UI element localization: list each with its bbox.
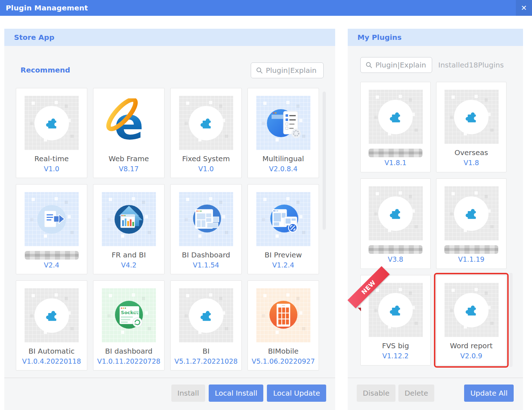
plugin-card[interactable]: e Web FrameV8.17 bbox=[93, 88, 165, 178]
plugin-card[interactable]: NEW FVS bigV1.12.2 bbox=[360, 275, 431, 365]
plugin-tile bbox=[444, 90, 499, 144]
puzzle-icon bbox=[42, 113, 62, 133]
plugin-version: V3.8 bbox=[361, 255, 430, 263]
house-chart-icon bbox=[108, 198, 150, 241]
plugin-version: V1.0.4.20220118 bbox=[16, 357, 87, 365]
update-all-button[interactable]: Update All bbox=[464, 385, 514, 402]
my-plugins-card-grid: V1.8.1 OverseasV1.8 V3.8 V1.1.19NEW bbox=[360, 82, 506, 365]
plugin-version: V1.0.11.20220728 bbox=[93, 357, 164, 365]
censored-plugin-name bbox=[369, 149, 422, 157]
ribbon-fold bbox=[358, 308, 361, 311]
plugin-name: Fixed System bbox=[171, 154, 241, 163]
plugin-tile bbox=[179, 288, 233, 343]
local-update-button[interactable]: Local Update bbox=[267, 385, 326, 402]
plugin-version: V2.0.8.4 bbox=[248, 165, 319, 173]
puzzle-icon bbox=[385, 107, 406, 127]
plugin-version: V1.12.2 bbox=[361, 352, 430, 360]
plugin-tile bbox=[256, 192, 310, 246]
icon-circle bbox=[378, 196, 413, 231]
plugin-card[interactable]: OverseasV1.8 bbox=[436, 82, 506, 172]
store-search-box[interactable] bbox=[251, 62, 324, 78]
plugin-card[interactable]: V2.4 bbox=[16, 184, 87, 274]
censored-plugin-name bbox=[444, 245, 498, 254]
censored-plugin-name bbox=[369, 245, 422, 254]
plugin-version: V1.0 bbox=[16, 165, 87, 173]
plugin-card[interactable]: Word reportV2.0.9 bbox=[436, 275, 506, 365]
plugin-name: BI Automatic bbox=[16, 346, 87, 356]
search-icon bbox=[256, 67, 263, 74]
checklist-icon bbox=[262, 102, 305, 144]
doc-export-icon bbox=[31, 198, 73, 241]
plugin-card[interactable]: V3.8 bbox=[360, 178, 431, 269]
plugin-card[interactable]: MultilingualV2.0.8.4 bbox=[248, 88, 319, 178]
puzzle-icon bbox=[461, 300, 481, 320]
plugin-card[interactable]: V1.8.1 bbox=[360, 82, 431, 172]
censored-plugin-name bbox=[25, 251, 79, 260]
plugin-tile: e bbox=[102, 96, 156, 150]
plugin-tile bbox=[369, 90, 423, 144]
plugin-version: V1.8 bbox=[436, 159, 506, 167]
plugin-card[interactable]: Real-timeV1.0 bbox=[16, 88, 87, 178]
plugin-card[interactable]: FR and BIV4.2 bbox=[93, 184, 165, 274]
plugin-name: Multilingual bbox=[248, 154, 319, 163]
icon-circle bbox=[454, 293, 489, 327]
store-scrollbar-thumb[interactable] bbox=[323, 92, 326, 230]
plugin-card[interactable]: BI DashboardV1.1.54 bbox=[170, 184, 242, 274]
plugin-tile bbox=[256, 288, 310, 343]
close-icon: ✕ bbox=[521, 4, 527, 12]
plugin-tile bbox=[444, 186, 499, 241]
store-panel-title: Store App bbox=[14, 33, 54, 42]
store-card-grid: Real-timeV1.0 e Web FrameV8.17 Fixed Sys… bbox=[16, 88, 319, 371]
installed-count-label: Installed18Plugins bbox=[438, 57, 504, 73]
my-plugins-panel: My Plugins Installed18Plugins V1.8.1 Ove… bbox=[348, 29, 523, 410]
store-footer: Install Local Install Local Update bbox=[4, 378, 335, 410]
plugin-card[interactable]: BI PreviewV1.2.4 bbox=[248, 184, 319, 274]
plugin-card[interactable]: V1.1.19 bbox=[436, 178, 506, 269]
plugin-version: V2.4 bbox=[16, 261, 87, 269]
puzzle-icon bbox=[196, 306, 216, 326]
plugin-version: V2.0.9 bbox=[436, 352, 506, 360]
puzzle-icon bbox=[385, 204, 406, 224]
plugin-tile bbox=[369, 283, 423, 337]
my-plugins-search-box[interactable] bbox=[360, 57, 432, 73]
store-search-input[interactable] bbox=[266, 66, 323, 75]
plugin-card[interactable]: Socket BI dashboardV1.0.11.20220728 bbox=[93, 280, 165, 371]
puzzle-icon bbox=[461, 107, 481, 127]
plugin-name: BI Preview bbox=[248, 250, 319, 260]
store-panel: Store App Recommend Real-timeV1.0 bbox=[4, 29, 335, 410]
puzzle-icon bbox=[461, 204, 481, 224]
local-install-button[interactable]: Local Install bbox=[209, 385, 263, 402]
plugin-name: Real-time bbox=[16, 154, 87, 163]
store-panel-header: Store App bbox=[4, 29, 335, 46]
socket-icon: Socket bbox=[108, 294, 150, 337]
close-button[interactable]: ✕ bbox=[516, 0, 532, 16]
ie-icon: e bbox=[104, 98, 154, 148]
plugin-card[interactable]: Fixed SystemV1.0 bbox=[170, 88, 242, 178]
plugin-version: V1.8.1 bbox=[361, 159, 430, 167]
plugin-tile bbox=[444, 283, 499, 337]
icon-circle bbox=[34, 106, 69, 140]
plugin-card[interactable]: BIV5.1.27.20221028 bbox=[170, 280, 242, 371]
my-plugins-search-input[interactable] bbox=[375, 61, 432, 69]
plugin-name: FVS big bbox=[361, 341, 430, 350]
disable-button[interactable]: Disable bbox=[357, 385, 395, 402]
plugin-tile bbox=[24, 96, 79, 150]
icon-circle bbox=[454, 196, 489, 231]
plugin-tile: Socket bbox=[102, 288, 156, 343]
preview-icon bbox=[262, 198, 305, 241]
plugin-name: Word report bbox=[436, 341, 506, 350]
my-plugins-scrollbar-thumb[interactable] bbox=[509, 273, 513, 367]
plugin-card[interactable]: BI AutomaticV1.0.4.20220118 bbox=[16, 280, 87, 371]
plugin-version: V1.1.54 bbox=[171, 261, 241, 269]
icon-circle bbox=[189, 106, 223, 140]
delete-button[interactable]: Delete bbox=[398, 385, 434, 402]
install-button[interactable]: Install bbox=[171, 385, 205, 402]
plugin-version: V1.0 bbox=[171, 165, 241, 173]
plugin-tile bbox=[24, 192, 79, 246]
my-plugins-footer: Disable Delete Update All bbox=[348, 378, 523, 410]
plugin-card[interactable]: BIMobileV5.1.06.20220927 bbox=[248, 280, 319, 371]
icon-circle bbox=[378, 100, 413, 134]
plugin-version: V1.1.19 bbox=[436, 255, 506, 263]
icon-circle bbox=[454, 100, 489, 134]
plugin-name: BI dashboard bbox=[93, 346, 164, 356]
